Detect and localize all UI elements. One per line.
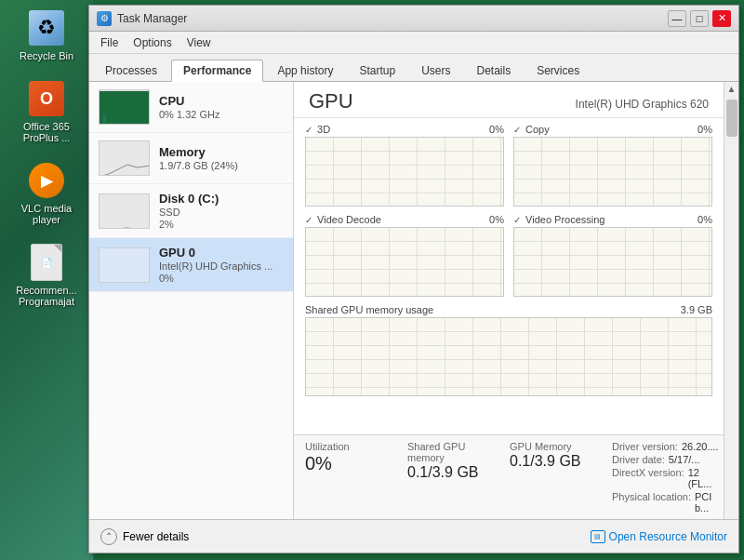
chart-memory-usage: Shared GPU memory usage 3.9 GB bbox=[305, 304, 712, 396]
open-resource-monitor-button[interactable]: ▤ Open Resource Monitor bbox=[591, 530, 727, 543]
open-resource-monitor-label: Open Resource Monitor bbox=[609, 530, 727, 543]
taskmanager-icon: ⚙ bbox=[97, 11, 112, 26]
cpu-bar-indicator bbox=[103, 115, 106, 123]
charts-row-2: ✓ Video Decode 0% ✓ Video Processing bbox=[305, 214, 712, 297]
maximize-button[interactable]: □ bbox=[690, 10, 709, 27]
title-bar-left: ⚙ Task Manager bbox=[97, 11, 187, 26]
checkmark-vd: ✓ bbox=[305, 215, 312, 225]
desktop-icon-recycle[interactable]: ♻ Recycle Bin bbox=[9, 9, 84, 61]
gpu-name: GPU 0 bbox=[159, 246, 272, 260]
disk-name: Disk 0 (C:) bbox=[159, 192, 219, 206]
right-panel: GPU Intel(R) UHD Graphics 620 ✓ 3D 0% bbox=[294, 82, 724, 519]
gpu-memory-value: 0.1/3.9 GB bbox=[510, 453, 593, 470]
title-bar: ⚙ Task Manager — □ ✕ bbox=[89, 6, 738, 32]
driver-version-key: Driver version: bbox=[612, 441, 678, 452]
stat-shared-memory: Shared GPU memory 0.1/3.9 GB bbox=[407, 441, 491, 513]
physical-location-key: Physical location: bbox=[612, 491, 691, 513]
chart-copy-label-row: ✓ Copy 0% bbox=[513, 124, 712, 135]
chart-vd-box bbox=[305, 227, 504, 297]
sidebar-item-disk[interactable]: Disk 0 (C:) SSD 2% bbox=[89, 184, 293, 238]
gpu-subtitle: Intel(R) UHD Graphics 620 bbox=[576, 98, 709, 111]
disk-detail1: SSD bbox=[159, 207, 219, 218]
gpu-thumbnail bbox=[99, 247, 150, 283]
gpu-sparkline bbox=[100, 248, 150, 283]
sidebar-item-cpu[interactable]: CPU 0% 1.32 GHz bbox=[89, 82, 293, 133]
desktop: ♻ Recycle Bin O Office 365 ProPlus ... ▶… bbox=[0, 0, 93, 560]
fewer-details-button[interactable]: ⌃ Fewer details bbox=[100, 528, 189, 545]
fewer-details-label: Fewer details bbox=[123, 530, 189, 543]
cpu-info: CPU 0% 1.32 GHz bbox=[159, 94, 219, 120]
disk-info: Disk 0 (C:) SSD 2% bbox=[159, 192, 219, 230]
history-text: history bbox=[300, 64, 333, 77]
tab-users[interactable]: Users bbox=[409, 60, 462, 81]
minimize-button[interactable]: — bbox=[668, 10, 686, 27]
tab-apphistory[interactable]: App history bbox=[265, 60, 345, 81]
memory-sparkline bbox=[100, 141, 150, 176]
chart-3d-label-row: ✓ 3D 0% bbox=[305, 124, 504, 135]
checkmark-vp: ✓ bbox=[513, 215, 521, 225]
sidebar-item-gpu[interactable]: GPU 0 Intel(R) UHD Graphics ... 0% bbox=[89, 238, 293, 292]
recycle-bin-icon: ♻ bbox=[29, 10, 64, 46]
tab-performance[interactable]: Performance bbox=[171, 60, 263, 82]
chart-copy-box bbox=[513, 137, 712, 207]
chart-copy: ✓ Copy 0% bbox=[513, 124, 712, 207]
close-button[interactable]: ✕ bbox=[712, 10, 731, 27]
checkmark-copy: ✓ bbox=[513, 125, 521, 135]
menu-file[interactable]: File bbox=[93, 34, 126, 51]
scrollbar-arrow-up[interactable]: ▲ bbox=[725, 82, 738, 96]
main-content: CPU 0% 1.32 GHz Memory 1.9/7.8 GB (24%) bbox=[89, 82, 738, 519]
memory-usage-label: Shared GPU memory usage 3.9 GB bbox=[305, 304, 712, 315]
menu-options[interactable]: Options bbox=[126, 34, 179, 51]
cpu-detail: 0% 1.32 GHz bbox=[159, 109, 219, 120]
desktop-icon-office[interactable]: O Office 365 ProPlus ... bbox=[9, 80, 84, 143]
recycle-bin-label: Recycle Bin bbox=[20, 50, 73, 61]
charts-row-1: ✓ 3D 0% ✓ Copy 0% bbox=[305, 124, 712, 207]
disk-detail2: 2% bbox=[159, 219, 219, 230]
vlc-icon: ▶ bbox=[29, 163, 64, 198]
desktop-icon-vlc[interactable]: ▶ VLC media player bbox=[9, 162, 84, 225]
menu-bar: File Options View bbox=[89, 32, 738, 54]
tab-processes[interactable]: Processes bbox=[93, 60, 169, 81]
tab-services[interactable]: Services bbox=[525, 60, 591, 81]
menu-view[interactable]: View bbox=[179, 34, 219, 51]
cpu-name: CPU bbox=[159, 94, 219, 108]
office-icon: O bbox=[29, 81, 64, 116]
stat-gpu-memory: GPU Memory 0.1/3.9 GB bbox=[510, 441, 593, 513]
sidebar-item-memory[interactable]: Memory 1.9/7.8 GB (24%) bbox=[89, 133, 293, 184]
vlc-label: VLC media player bbox=[9, 203, 84, 225]
stats-bar: Utilization 0% Shared GPU memory 0.1/3.9… bbox=[294, 434, 724, 519]
utilization-value: 0% bbox=[305, 453, 389, 473]
memory-usage-title: Shared GPU memory usage bbox=[305, 304, 433, 315]
memory-info: Memory 1.9/7.8 GB (24%) bbox=[159, 145, 238, 171]
utilization-label: Utilization bbox=[305, 441, 389, 452]
gpu-info: GPU 0 Intel(R) UHD Graphics ... 0% bbox=[159, 246, 272, 284]
chart-vp-pct: 0% bbox=[698, 214, 712, 225]
driver-date-row: Driver date: 5/17/... bbox=[612, 454, 724, 465]
tab-bar: Processes Performance App history Startu… bbox=[89, 54, 738, 82]
memory-thumbnail bbox=[99, 140, 150, 176]
office-label: Office 365 ProPlus ... bbox=[9, 121, 84, 143]
directx-version-val: 12 (FL... bbox=[688, 467, 724, 489]
physical-location-row: Physical location: PCI b... bbox=[612, 491, 724, 513]
physical-location-val: PCI b... bbox=[695, 491, 724, 513]
chart-videodecode: ✓ Video Decode 0% bbox=[305, 214, 504, 297]
driver-version-row: Driver version: 26.20.... bbox=[612, 441, 724, 452]
tab-startup[interactable]: Startup bbox=[347, 60, 407, 81]
gpu-panel-title: GPU bbox=[309, 89, 353, 113]
doc-icon: 📄 bbox=[31, 244, 62, 281]
bottom-bar: ⌃ Fewer details ▤ Open Resource Monitor bbox=[89, 519, 738, 553]
directx-version-row: DirectX version: 12 (FL... bbox=[612, 467, 724, 489]
chart-vp-label: ✓ Video Processing bbox=[513, 214, 604, 225]
title-bar-buttons: — □ ✕ bbox=[668, 10, 731, 27]
disk-sparkline bbox=[100, 194, 150, 229]
gpu-header: GPU Intel(R) UHD Graphics 620 bbox=[294, 82, 724, 118]
driver-date-val: 5/17/... bbox=[669, 454, 700, 465]
desktop-icon-doc[interactable]: 📄 Recommen... Programajat bbox=[9, 244, 84, 307]
scrollbar-track: ▲ bbox=[724, 82, 738, 519]
tab-details[interactable]: Details bbox=[464, 60, 523, 81]
memory-name: Memory bbox=[159, 145, 238, 159]
scrollbar-thumb[interactable] bbox=[726, 100, 737, 137]
chart-copy-label: ✓ Copy bbox=[513, 124, 550, 135]
chart-3d-box bbox=[305, 137, 504, 207]
chart-vp-box bbox=[513, 227, 712, 297]
